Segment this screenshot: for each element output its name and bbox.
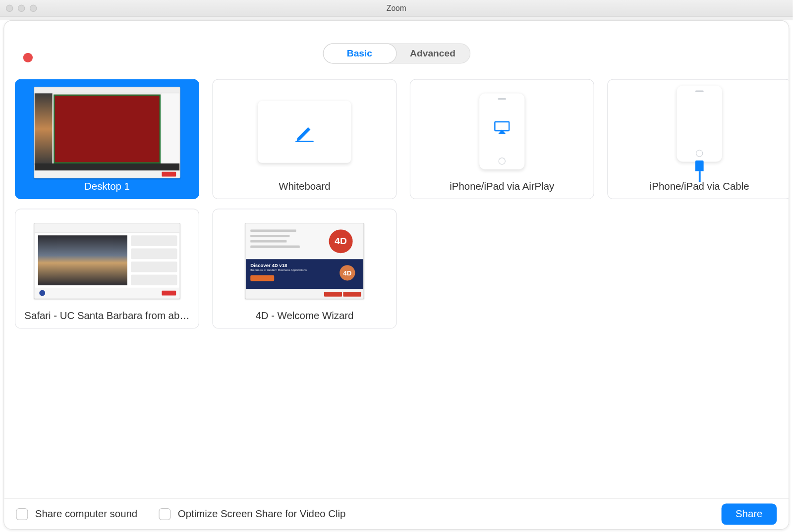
checkbox-box-icon: [159, 508, 170, 520]
cable-plug-icon: [695, 160, 704, 182]
tile-label: Safari - UC Santa Barbara from ab…: [24, 310, 189, 322]
phone-home-icon: [696, 150, 703, 157]
titlebar-shadow: [0, 17, 793, 20]
fourd-thumbnail: 4D Discover 4D v18 the future of modern …: [213, 209, 396, 310]
phone-home-icon: [499, 158, 506, 164]
share-sheet: Basic Advanced Desktop 1: [3, 20, 789, 530]
desktop1-thumbnail: [15, 80, 199, 181]
safari-thumbnail: [15, 209, 199, 310]
traffic-lights: [6, 4, 37, 11]
tab-advanced[interactable]: Advanced: [396, 44, 470, 63]
share-target-grid: Desktop 1 Whiteboard: [4, 63, 789, 328]
airplay-icon: [494, 120, 510, 137]
share-tile-airplay[interactable]: iPhone/iPad via AirPlay: [410, 79, 594, 199]
share-button[interactable]: Share: [721, 503, 777, 525]
tab-strip: Basic Advanced: [4, 21, 789, 63]
share-tile-desktop1[interactable]: Desktop 1: [15, 79, 199, 199]
airplay-thumbnail: [410, 80, 594, 181]
checkbox-label: Share computer sound: [35, 508, 137, 520]
phone-speaker-icon: [695, 90, 704, 92]
fourd-logo-icon: 4D: [329, 229, 353, 253]
tile-label: iPhone/iPad via Cable: [650, 181, 749, 193]
tab-basic[interactable]: Basic: [323, 44, 396, 64]
share-tile-cable[interactable]: iPhone/iPad via Cable: [607, 79, 789, 199]
share-tile-4d[interactable]: 4D Discover 4D v18 the future of modern …: [212, 209, 396, 328]
whiteboard-thumbnail: [213, 80, 396, 181]
segmented-control: Basic Advanced: [323, 44, 470, 64]
pencil-icon: [292, 120, 316, 144]
cable-thumbnail: [608, 80, 789, 181]
tile-label: iPhone/iPad via AirPlay: [450, 181, 554, 193]
traffic-close-icon[interactable]: [6, 4, 13, 11]
share-tile-safari[interactable]: Safari - UC Santa Barbara from ab…: [15, 209, 199, 328]
checkbox-label: Optimize Screen Share for Video Clip: [178, 508, 346, 520]
traffic-min-icon[interactable]: [18, 4, 25, 11]
traffic-max-icon[interactable]: [30, 4, 37, 11]
phone-speaker-icon: [498, 98, 506, 100]
fourd-logo2-icon: 4D: [340, 265, 355, 280]
window-titlebar: Zoom: [0, 0, 793, 17]
window-title: Zoom: [0, 3, 793, 12]
bottom-bar: Share computer sound Optimize Screen Sha…: [4, 498, 789, 529]
share-tile-whiteboard[interactable]: Whiteboard: [212, 79, 396, 199]
tile-label: Desktop 1: [84, 181, 130, 193]
checkbox-share-sound[interactable]: Share computer sound: [16, 508, 137, 520]
stop-share-indicator-icon[interactable]: [23, 53, 33, 62]
checkbox-box-icon: [16, 508, 28, 520]
tile-label: 4D - Welcome Wizard: [255, 310, 353, 322]
tile-label: Whiteboard: [279, 181, 330, 193]
checkbox-optimize-video[interactable]: Optimize Screen Share for Video Clip: [159, 508, 345, 520]
svg-rect-1: [495, 121, 509, 130]
